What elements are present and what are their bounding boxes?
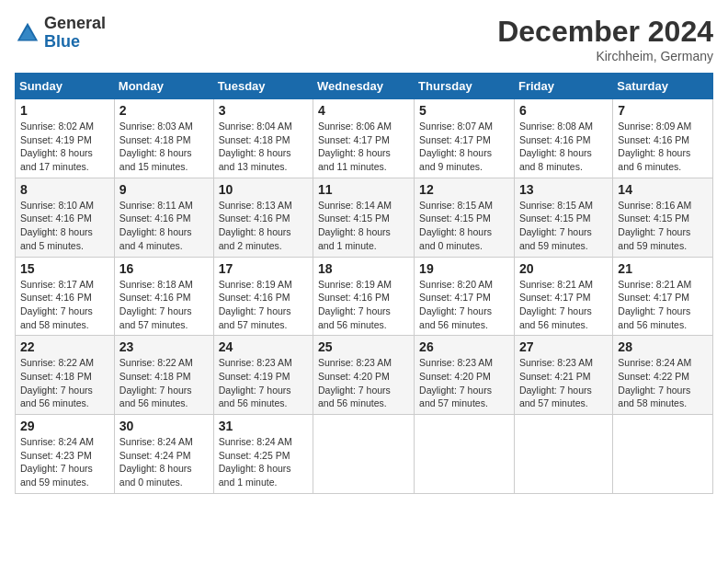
day-detail: Sunrise: 8:10 AMSunset: 4:16 PMDaylight:… bbox=[20, 199, 109, 253]
day-detail: Sunrise: 8:15 AMSunset: 4:15 PMDaylight:… bbox=[519, 199, 608, 253]
calendar-week-row: 29Sunrise: 8:24 AMSunset: 4:23 PMDayligh… bbox=[16, 415, 713, 494]
day-number: 6 bbox=[519, 103, 608, 118]
day-detail: Sunrise: 8:23 AMSunset: 4:19 PMDaylight:… bbox=[219, 356, 308, 410]
day-detail: Sunrise: 8:03 AMSunset: 4:18 PMDaylight:… bbox=[119, 120, 209, 174]
calendar-week-row: 1Sunrise: 8:02 AMSunset: 4:19 PMDaylight… bbox=[16, 99, 713, 178]
calendar-cell: 15Sunrise: 8:17 AMSunset: 4:16 PMDayligh… bbox=[16, 257, 115, 336]
day-detail: Sunrise: 8:07 AMSunset: 4:17 PMDaylight:… bbox=[419, 120, 509, 174]
day-detail: Sunrise: 8:21 AMSunset: 4:17 PMDaylight:… bbox=[519, 278, 608, 332]
calendar-cell: 9Sunrise: 8:11 AMSunset: 4:16 PMDaylight… bbox=[114, 178, 213, 257]
calendar-cell: 8Sunrise: 8:10 AMSunset: 4:16 PMDaylight… bbox=[16, 178, 115, 257]
calendar-week-row: 22Sunrise: 8:22 AMSunset: 4:18 PMDayligh… bbox=[16, 336, 713, 415]
day-detail: Sunrise: 8:24 AMSunset: 4:25 PMDaylight:… bbox=[219, 435, 308, 489]
calendar-cell bbox=[514, 415, 612, 494]
day-detail: Sunrise: 8:22 AMSunset: 4:18 PMDaylight:… bbox=[119, 356, 209, 410]
calendar-cell: 20Sunrise: 8:21 AMSunset: 4:17 PMDayligh… bbox=[514, 257, 612, 336]
day-detail: Sunrise: 8:17 AMSunset: 4:16 PMDaylight:… bbox=[20, 278, 109, 332]
calendar-cell: 6Sunrise: 8:08 AMSunset: 4:16 PMDaylight… bbox=[514, 99, 612, 178]
day-number: 9 bbox=[119, 182, 209, 197]
calendar-cell: 27Sunrise: 8:23 AMSunset: 4:21 PMDayligh… bbox=[514, 336, 612, 415]
logo-icon bbox=[15, 20, 40, 46]
calendar-cell: 22Sunrise: 8:22 AMSunset: 4:18 PMDayligh… bbox=[16, 336, 115, 415]
calendar-cell: 28Sunrise: 8:24 AMSunset: 4:22 PMDayligh… bbox=[613, 336, 713, 415]
day-detail: Sunrise: 8:23 AMSunset: 4:20 PMDaylight:… bbox=[318, 356, 409, 410]
calendar-cell: 16Sunrise: 8:18 AMSunset: 4:16 PMDayligh… bbox=[114, 257, 213, 336]
day-detail: Sunrise: 8:13 AMSunset: 4:16 PMDaylight:… bbox=[219, 199, 308, 253]
day-detail: Sunrise: 8:24 AMSunset: 4:23 PMDaylight:… bbox=[20, 435, 109, 489]
day-detail: Sunrise: 8:11 AMSunset: 4:16 PMDaylight:… bbox=[119, 199, 209, 253]
day-number: 19 bbox=[419, 261, 509, 276]
weekday-header-tuesday: Tuesday bbox=[213, 74, 313, 99]
calendar-cell: 14Sunrise: 8:16 AMSunset: 4:15 PMDayligh… bbox=[613, 178, 713, 257]
day-number: 4 bbox=[318, 103, 409, 118]
day-number: 1 bbox=[20, 103, 109, 118]
day-number: 15 bbox=[20, 261, 109, 276]
day-detail: Sunrise: 8:06 AMSunset: 4:17 PMDaylight:… bbox=[318, 120, 409, 174]
day-number: 16 bbox=[119, 261, 209, 276]
page-header: General Blue December 2024 Kirchheim, Ge… bbox=[15, 15, 713, 63]
day-number: 5 bbox=[419, 103, 509, 118]
month-title: December 2024 bbox=[497, 15, 713, 49]
title-block: December 2024 Kirchheim, Germany bbox=[497, 15, 713, 63]
day-number: 30 bbox=[119, 419, 209, 433]
calendar-cell: 23Sunrise: 8:22 AMSunset: 4:18 PMDayligh… bbox=[114, 336, 213, 415]
calendar-cell: 1Sunrise: 8:02 AMSunset: 4:19 PMDaylight… bbox=[16, 99, 115, 178]
day-number: 2 bbox=[119, 103, 209, 118]
calendar-cell: 4Sunrise: 8:06 AMSunset: 4:17 PMDaylight… bbox=[313, 99, 415, 178]
day-detail: Sunrise: 8:24 AMSunset: 4:22 PMDaylight:… bbox=[618, 356, 708, 410]
calendar-cell: 19Sunrise: 8:20 AMSunset: 4:17 PMDayligh… bbox=[415, 257, 515, 336]
day-number: 21 bbox=[618, 261, 708, 276]
day-detail: Sunrise: 8:02 AMSunset: 4:19 PMDaylight:… bbox=[20, 120, 109, 174]
day-number: 23 bbox=[119, 339, 209, 354]
day-detail: Sunrise: 8:04 AMSunset: 4:18 PMDaylight:… bbox=[219, 120, 308, 174]
day-number: 10 bbox=[219, 182, 308, 197]
calendar-cell: 2Sunrise: 8:03 AMSunset: 4:18 PMDaylight… bbox=[114, 99, 213, 178]
calendar-cell: 31Sunrise: 8:24 AMSunset: 4:25 PMDayligh… bbox=[213, 415, 313, 494]
day-detail: Sunrise: 8:20 AMSunset: 4:17 PMDaylight:… bbox=[419, 278, 509, 332]
day-detail: Sunrise: 8:23 AMSunset: 4:21 PMDaylight:… bbox=[519, 356, 608, 410]
location: Kirchheim, Germany bbox=[497, 49, 713, 63]
day-detail: Sunrise: 8:23 AMSunset: 4:20 PMDaylight:… bbox=[419, 356, 509, 410]
calendar-cell: 29Sunrise: 8:24 AMSunset: 4:23 PMDayligh… bbox=[16, 415, 115, 494]
day-number: 14 bbox=[618, 182, 708, 197]
day-number: 8 bbox=[20, 182, 109, 197]
day-detail: Sunrise: 8:15 AMSunset: 4:15 PMDaylight:… bbox=[419, 199, 509, 253]
day-number: 12 bbox=[419, 182, 509, 197]
calendar-cell bbox=[613, 415, 713, 494]
day-detail: Sunrise: 8:21 AMSunset: 4:17 PMDaylight:… bbox=[618, 278, 708, 332]
day-detail: Sunrise: 8:22 AMSunset: 4:18 PMDaylight:… bbox=[20, 356, 109, 410]
weekday-header-saturday: Saturday bbox=[613, 74, 713, 99]
calendar-cell: 18Sunrise: 8:19 AMSunset: 4:16 PMDayligh… bbox=[313, 257, 415, 336]
day-number: 20 bbox=[519, 261, 608, 276]
calendar-cell: 3Sunrise: 8:04 AMSunset: 4:18 PMDaylight… bbox=[213, 99, 313, 178]
calendar-cell: 7Sunrise: 8:09 AMSunset: 4:16 PMDaylight… bbox=[613, 99, 713, 178]
calendar-cell: 26Sunrise: 8:23 AMSunset: 4:20 PMDayligh… bbox=[415, 336, 515, 415]
day-detail: Sunrise: 8:08 AMSunset: 4:16 PMDaylight:… bbox=[519, 120, 608, 174]
day-detail: Sunrise: 8:18 AMSunset: 4:16 PMDaylight:… bbox=[119, 278, 209, 332]
calendar-cell: 17Sunrise: 8:19 AMSunset: 4:16 PMDayligh… bbox=[213, 257, 313, 336]
logo: General Blue bbox=[15, 15, 106, 52]
weekday-header-row: SundayMondayTuesdayWednesdayThursdayFrid… bbox=[16, 74, 713, 99]
day-number: 25 bbox=[318, 339, 409, 354]
day-number: 18 bbox=[318, 261, 409, 276]
logo-blue-text: Blue bbox=[44, 33, 106, 52]
calendar-week-row: 15Sunrise: 8:17 AMSunset: 4:16 PMDayligh… bbox=[16, 257, 713, 336]
day-detail: Sunrise: 8:24 AMSunset: 4:24 PMDaylight:… bbox=[119, 435, 209, 489]
calendar-cell bbox=[313, 415, 415, 494]
calendar-cell: 10Sunrise: 8:13 AMSunset: 4:16 PMDayligh… bbox=[213, 178, 313, 257]
day-number: 11 bbox=[318, 182, 409, 197]
weekday-header-wednesday: Wednesday bbox=[313, 74, 415, 99]
day-number: 26 bbox=[419, 339, 509, 354]
calendar-table: SundayMondayTuesdayWednesdayThursdayFrid… bbox=[15, 73, 713, 494]
calendar-cell: 30Sunrise: 8:24 AMSunset: 4:24 PMDayligh… bbox=[114, 415, 213, 494]
day-detail: Sunrise: 8:19 AMSunset: 4:16 PMDaylight:… bbox=[318, 278, 409, 332]
day-detail: Sunrise: 8:16 AMSunset: 4:15 PMDaylight:… bbox=[618, 199, 708, 253]
calendar-cell: 12Sunrise: 8:15 AMSunset: 4:15 PMDayligh… bbox=[415, 178, 515, 257]
day-number: 28 bbox=[618, 339, 708, 354]
calendar-cell: 21Sunrise: 8:21 AMSunset: 4:17 PMDayligh… bbox=[613, 257, 713, 336]
weekday-header-sunday: Sunday bbox=[16, 74, 115, 99]
weekday-header-thursday: Thursday bbox=[415, 74, 515, 99]
calendar-cell: 11Sunrise: 8:14 AMSunset: 4:15 PMDayligh… bbox=[313, 178, 415, 257]
day-number: 31 bbox=[219, 419, 308, 433]
day-detail: Sunrise: 8:14 AMSunset: 4:15 PMDaylight:… bbox=[318, 199, 409, 253]
